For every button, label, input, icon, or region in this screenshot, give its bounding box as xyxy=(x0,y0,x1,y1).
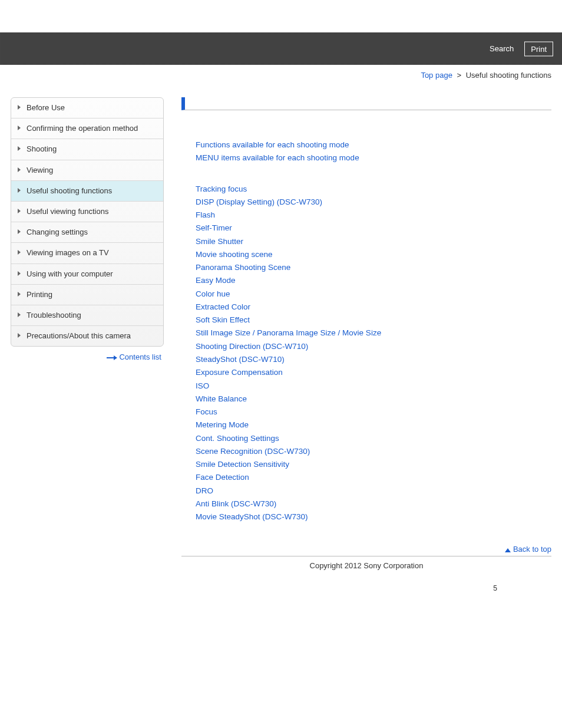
sidebar-item[interactable]: Useful shooting functions xyxy=(11,181,163,202)
sidebar: Before UseConfirming the operation metho… xyxy=(11,97,164,347)
content-link[interactable]: Extracted Color xyxy=(196,301,551,314)
content-link[interactable]: Face Detection xyxy=(196,471,551,484)
header-actions: Search Print xyxy=(484,41,553,56)
sidebar-item-label: Viewing xyxy=(27,166,53,174)
content-link[interactable]: Metering Mode xyxy=(196,419,551,431)
sidebar-item-label: Viewing images on a TV xyxy=(27,248,109,257)
content-link[interactable]: Exposure Compensation xyxy=(196,366,551,379)
sidebar-item[interactable]: Troubleshooting xyxy=(11,305,163,326)
back-to-top-row: Back to top xyxy=(181,541,551,556)
content-link[interactable]: SteadyShot (DSC-W710) xyxy=(196,353,551,366)
contents-list-row: Contents list xyxy=(11,347,164,361)
content-link[interactable]: Shooting Direction (DSC-W710) xyxy=(196,340,551,353)
content-link[interactable]: Functions available for each shooting mo… xyxy=(196,139,551,151)
sidebar-item-label: Useful shooting functions xyxy=(27,186,112,195)
content-link[interactable]: Soft Skin Effect xyxy=(196,314,551,327)
content-link[interactable]: Self-Timer xyxy=(196,222,551,235)
content-link[interactable]: Tracking focus xyxy=(196,183,551,196)
section-title-bar xyxy=(181,97,551,110)
sidebar-item[interactable]: Viewing images on a TV xyxy=(11,243,163,263)
content-link[interactable]: Movie shooting scene xyxy=(196,248,551,261)
sidebar-item[interactable]: Shooting xyxy=(11,139,163,160)
link-group-overview: Functions available for each shooting mo… xyxy=(196,139,551,165)
back-to-top-link[interactable]: Back to top xyxy=(505,545,551,554)
sidebar-item[interactable]: Useful viewing functions xyxy=(11,202,163,222)
sidebar-item-label: Confirming the operation method xyxy=(27,124,138,133)
sidebar-item-label: Shooting xyxy=(27,144,57,153)
content-link[interactable]: Smile Shutter xyxy=(196,235,551,248)
content-link[interactable]: Scene Recognition (DSC-W730) xyxy=(196,445,551,458)
sidebar-item[interactable]: Before Use xyxy=(11,98,163,118)
link-group-functions: Tracking focusDISP (Display Setting) (DS… xyxy=(196,183,551,524)
sidebar-item[interactable]: Confirming the operation method xyxy=(11,118,163,139)
sidebar-item-label: Troubleshooting xyxy=(27,311,81,319)
sidebar-item[interactable]: Changing settings xyxy=(11,222,163,243)
content-link[interactable]: Movie SteadyShot (DSC-W730) xyxy=(196,510,551,523)
contents-list-link[interactable]: Contents list xyxy=(119,353,161,361)
content-link[interactable]: Panorama Shooting Scene xyxy=(196,261,551,274)
breadcrumb-separator: > xyxy=(455,71,464,80)
sidebar-item-label: Before Use xyxy=(27,103,65,112)
back-to-top-label: Back to top xyxy=(513,545,551,554)
main-content: Functions available for each shooting mo… xyxy=(181,97,551,575)
sidebar-item[interactable]: Viewing xyxy=(11,160,163,181)
search-button[interactable]: Search xyxy=(484,41,520,56)
header-band: Search Print xyxy=(0,32,562,65)
breadcrumb: Top page > Useful shooting functions xyxy=(0,65,562,97)
content-link[interactable]: Cont. Shooting Settings xyxy=(196,432,551,445)
page-number: 5 xyxy=(493,584,497,592)
content-link[interactable]: ISO xyxy=(196,380,551,393)
sidebar-item[interactable]: Precautions/About this camera xyxy=(11,326,163,346)
content-link[interactable]: MENU items available for each shooting m… xyxy=(196,151,551,164)
content-link[interactable]: DRO xyxy=(196,485,551,498)
arrow-right-icon xyxy=(107,356,117,360)
sidebar-item[interactable]: Printing xyxy=(11,285,163,305)
content-link[interactable]: Flash xyxy=(196,209,551,222)
sidebar-item-label: Using with your computer xyxy=(27,269,113,278)
content-link[interactable]: Color hue xyxy=(196,288,551,301)
sidebar-item-label: Useful viewing functions xyxy=(27,207,108,216)
content-link[interactable]: Focus xyxy=(196,406,551,419)
content-link[interactable]: White Balance xyxy=(196,393,551,406)
copyright-text: Copyright 2012 Sony Corporation xyxy=(181,556,551,575)
content-link[interactable]: DISP (Display Setting) (DSC-W730) xyxy=(196,196,551,209)
sidebar-item[interactable]: Using with your computer xyxy=(11,264,163,285)
sidebar-item-label: Changing settings xyxy=(27,228,88,236)
triangle-up-icon xyxy=(505,548,511,552)
content-link[interactable]: Anti Blink (DSC-W730) xyxy=(196,498,551,510)
sidebar-item-label: Precautions/About this camera xyxy=(27,331,131,340)
print-button[interactable]: Print xyxy=(524,41,553,56)
content-link[interactable]: Easy Mode xyxy=(196,274,551,287)
breadcrumb-current: Useful shooting functions xyxy=(466,71,551,80)
breadcrumb-top-link[interactable]: Top page xyxy=(421,71,452,80)
sidebar-wrapper: Before UseConfirming the operation metho… xyxy=(11,97,164,361)
content-link[interactable]: Smile Detection Sensitivity xyxy=(196,458,551,471)
content-link[interactable]: Still Image Size / Panorama Image Size /… xyxy=(196,327,551,340)
sidebar-item-label: Printing xyxy=(27,290,52,299)
